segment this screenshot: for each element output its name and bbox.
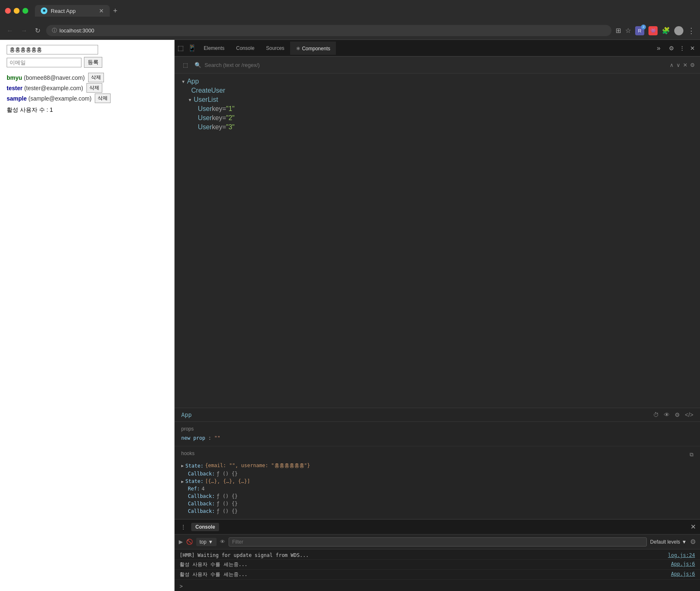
more-options-icon[interactable]: ⋮ bbox=[678, 43, 687, 53]
log-text-hmr: [HMR] Waiting for update signal from WDS… bbox=[180, 552, 309, 558]
comp-node-userlist[interactable]: ▼ UserList bbox=[175, 95, 700, 104]
arrow-app[interactable]: ▼ bbox=[181, 79, 185, 84]
comp-search-input[interactable] bbox=[205, 62, 666, 68]
nav-bar: ← → ↻ ⓘ localhost:3000 ⊞ ☆ R 2 👾 🧩 ⋮ bbox=[0, 22, 700, 40]
hook-arrow-1[interactable]: ▶ bbox=[181, 463, 184, 468]
address-bar[interactable]: ⓘ localhost:3000 bbox=[46, 25, 611, 36]
delete-btn-tester[interactable]: 삭제 bbox=[86, 83, 102, 93]
user-email-bmyu: (bomee88@naver.com) bbox=[24, 74, 85, 81]
copy-to-clipboard-btn[interactable]: ⧉ bbox=[690, 451, 693, 458]
clear-search-btn[interactable]: ✕ bbox=[683, 62, 688, 68]
log-row-active1: 활성 사용자 수를 세는중... App.js:6 bbox=[175, 560, 700, 570]
source-icon[interactable]: </> bbox=[685, 411, 693, 418]
console-eye-btn[interactable]: 👁 bbox=[220, 539, 225, 545]
hook-fn-cb2: ƒ () {} bbox=[217, 493, 238, 499]
comp-inspect-btn[interactable]: ⬚ bbox=[180, 59, 191, 71]
console-run-btn[interactable]: ▶ bbox=[179, 539, 183, 545]
tab-components[interactable]: ⚛ Components bbox=[290, 42, 336, 55]
hook-label-state2: State: bbox=[185, 478, 203, 484]
delete-btn-bmyu[interactable]: 삭제 bbox=[88, 73, 104, 82]
console-prompt[interactable]: > bbox=[175, 581, 700, 591]
comp-tree: ▼ App CreateUser ▼ UserList User key="1" bbox=[175, 74, 700, 408]
comp-node-user-3[interactable]: User key="3" bbox=[175, 123, 700, 132]
hook-value-state2: [{…}, {…}, {…}] bbox=[205, 478, 250, 484]
tab-console[interactable]: Console bbox=[230, 42, 260, 54]
minimize-window-btn[interactable] bbox=[14, 8, 20, 14]
console-filter-input[interactable] bbox=[229, 537, 647, 547]
comp-name-createuser: CreateUser bbox=[191, 87, 225, 94]
email-input[interactable] bbox=[7, 58, 81, 67]
tab-sources-label: Sources bbox=[266, 45, 284, 51]
search-icon: 🔍 bbox=[195, 62, 201, 68]
maximize-window-btn[interactable] bbox=[22, 8, 28, 14]
console-levels[interactable]: Default levels ▼ bbox=[650, 539, 687, 545]
log-source-hmr[interactable]: log.js:24 bbox=[668, 552, 695, 558]
props-section: props new prop : "" bbox=[175, 422, 700, 446]
close-window-btn[interactable] bbox=[5, 8, 11, 14]
register-btn[interactable]: 등록 bbox=[84, 57, 102, 68]
tab-elements[interactable]: Elements bbox=[198, 42, 230, 54]
console-settings-btn[interactable]: ⚙ bbox=[690, 538, 696, 546]
forward-btn[interactable]: → bbox=[19, 25, 29, 36]
log-text-active1: 활성 사용자 수를 세는중... bbox=[180, 561, 247, 568]
user-list: bmyu (bomee88@naver.com) 삭제 tester (test… bbox=[7, 73, 168, 103]
menu-btn[interactable]: ⋮ bbox=[688, 26, 695, 35]
log-text-active2: 활성 사용자 수를 세는중... bbox=[180, 571, 247, 578]
comp-key-label-3: key bbox=[212, 123, 222, 131]
tab-console-label: Console bbox=[236, 45, 254, 51]
user-row: sample (sample@example.com) 삭제 bbox=[7, 94, 168, 103]
new-tab-btn[interactable]: + bbox=[113, 7, 118, 15]
traffic-lights bbox=[5, 8, 28, 14]
log-source-active1[interactable]: App.js:6 bbox=[671, 561, 695, 567]
selected-comp-info: App ⏱ 👁 ⚙ </> props new prop : "" bbox=[175, 408, 700, 519]
arrow-userlist[interactable]: ▼ bbox=[188, 98, 192, 102]
tab-elements-label: Elements bbox=[204, 45, 224, 51]
eye-icon[interactable]: 👁 bbox=[664, 411, 670, 418]
reload-btn[interactable]: ↻ bbox=[33, 25, 42, 36]
nav-actions: ⊞ ☆ R 2 👾 🧩 ⋮ bbox=[616, 26, 695, 35]
close-devtools-btn[interactable]: ✕ bbox=[688, 43, 697, 53]
prev-match-btn[interactable]: ∧ bbox=[670, 62, 674, 68]
ext-icon-2[interactable]: 👾 bbox=[648, 26, 658, 35]
tab-close-btn[interactable]: ✕ bbox=[99, 7, 104, 14]
back-btn[interactable]: ← bbox=[5, 25, 15, 36]
comp-node-createuser[interactable]: CreateUser bbox=[175, 86, 700, 95]
device-mode-btn[interactable]: 📱 bbox=[186, 42, 198, 54]
selected-comp-actions: ⏱ 👁 ⚙ </> bbox=[653, 411, 693, 418]
comp-node-app[interactable]: ▼ App bbox=[175, 77, 700, 86]
hook-value-state1: {email: "", username: "홍홍홍홍홍홍"} bbox=[205, 462, 310, 469]
hook-fn-cb1: ƒ () {} bbox=[217, 471, 238, 477]
browser-tab-react-app[interactable]: ⚛ React App ✕ bbox=[35, 5, 110, 17]
console-clear-btn[interactable]: 🚫 bbox=[186, 539, 193, 545]
levels-dropdown-icon: ▼ bbox=[682, 539, 687, 545]
new-prop-row: new prop : "" bbox=[181, 434, 693, 442]
comp-name-user3: User bbox=[198, 123, 212, 131]
profile-icon[interactable] bbox=[674, 26, 683, 35]
comp-node-user-2[interactable]: User key="2" bbox=[175, 113, 700, 123]
new-prop-key: new prop bbox=[181, 435, 205, 441]
hook-label-state1: State: bbox=[185, 463, 203, 469]
hook-fn-cb3: ƒ () {} bbox=[217, 501, 238, 507]
next-match-btn[interactable]: ∨ bbox=[676, 62, 680, 68]
more-tabs-btn[interactable]: » bbox=[653, 41, 664, 55]
settings-icon[interactable]: ⚙ bbox=[667, 43, 676, 53]
render-icon[interactable]: ⚙ bbox=[675, 411, 680, 418]
extension-badge[interactable]: R 2 bbox=[635, 26, 644, 35]
console-tab-label[interactable]: Console bbox=[191, 523, 219, 531]
timer-icon[interactable]: ⏱ bbox=[653, 411, 659, 418]
username-input[interactable] bbox=[7, 45, 98, 54]
console-close-btn[interactable]: ✕ bbox=[690, 523, 696, 531]
tab-sources[interactable]: Sources bbox=[260, 42, 290, 54]
console-more-btn[interactable]: ⋮ bbox=[179, 522, 188, 532]
translate-btn[interactable]: ⊞ bbox=[616, 27, 621, 34]
comp-node-user-1[interactable]: User key="1" bbox=[175, 104, 700, 113]
hook-arrow-2[interactable]: ▶ bbox=[181, 479, 184, 484]
inspect-element-btn[interactable]: ⬚ bbox=[175, 42, 186, 54]
console-bar: ⋮ Console ✕ bbox=[175, 520, 700, 534]
puzzle-icon[interactable]: 🧩 bbox=[662, 27, 670, 34]
console-context[interactable]: top ▼ bbox=[196, 538, 217, 546]
log-source-active2[interactable]: App.js:6 bbox=[671, 571, 695, 577]
search-settings-icon[interactable]: ⚙ bbox=[690, 62, 695, 68]
delete-btn-sample[interactable]: 삭제 bbox=[95, 94, 111, 103]
bookmark-btn[interactable]: ☆ bbox=[625, 27, 631, 34]
